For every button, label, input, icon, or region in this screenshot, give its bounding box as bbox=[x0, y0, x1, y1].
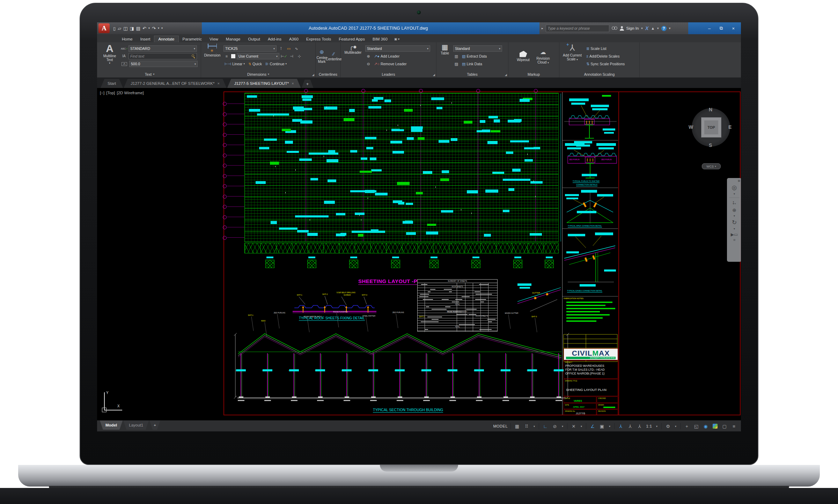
scale-dropdown-icon[interactable]: ▾ bbox=[654, 422, 659, 430]
wipeout-button[interactable]: Wipeout bbox=[515, 51, 531, 62]
zoom-dropdown-icon[interactable]: ▾ bbox=[734, 215, 735, 217]
hardware-acceleration-icon[interactable]: ◉ bbox=[701, 422, 710, 430]
annotation-scale-icon[interactable]: ⅄ bbox=[635, 422, 644, 430]
file-tab-close-icon[interactable]: × bbox=[217, 81, 219, 86]
mleader-align-icon[interactable]: ⊕ bbox=[365, 54, 372, 58]
ribbon-tab-insert[interactable]: Insert bbox=[137, 36, 154, 42]
centerline-button[interactable]: ∕∕Centerline bbox=[328, 51, 340, 61]
ribbon-tab-parametric[interactable]: Parametric bbox=[179, 36, 206, 42]
revision-cloud-button[interactable]: ☁Revision Cloud ▾ bbox=[534, 49, 552, 64]
new-drawing-tab[interactable]: + bbox=[302, 80, 314, 88]
showmotion-icon[interactable]: ▶▭ bbox=[731, 232, 738, 237]
new-file-icon[interactable]: ▯ bbox=[113, 26, 116, 31]
linear-dimension-button[interactable]: ⊢⊣Linear▾ bbox=[223, 61, 246, 67]
dimension-button[interactable]: ✳ Dimension bbox=[203, 43, 222, 69]
link-data-button[interactable]: ▤Link Data bbox=[461, 61, 483, 67]
ribbon-tab-bim-360[interactable]: BIM 360 bbox=[369, 36, 391, 42]
dim-jog-line-icon[interactable]: ∿ bbox=[293, 47, 300, 51]
annotation-monitor-icon[interactable]: + bbox=[683, 422, 691, 430]
undo-dropdown-icon[interactable]: ▾ bbox=[148, 27, 150, 30]
wheel-dropdown-icon[interactable]: ▾ bbox=[734, 193, 735, 195]
ribbon-tab-add-ins[interactable]: Add-ins bbox=[264, 36, 285, 42]
multileader-button[interactable]: ╭● Multileader bbox=[342, 43, 364, 69]
sign-in-button[interactable]: Sign In bbox=[626, 26, 639, 30]
panel-label-leaders[interactable]: Leaders bbox=[341, 71, 436, 77]
isodraft-dropdown-icon[interactable]: ▾ bbox=[579, 422, 584, 430]
navigation-wheel-icon[interactable]: ◎ bbox=[732, 185, 737, 191]
center-mark-button[interactable]: ⊕Center Mark bbox=[317, 49, 327, 64]
a360-icon[interactable]: ▲ bbox=[651, 26, 655, 30]
close-button[interactable]: × bbox=[732, 26, 735, 31]
navbar-menu-icon[interactable]: ⊖ bbox=[733, 239, 736, 242]
viewport-view-control[interactable]: [Top] bbox=[106, 91, 115, 95]
add-current-scale-button[interactable]: ⅄+ Add Current Scale ▾ bbox=[561, 43, 584, 69]
undo-icon[interactable]: ↶ bbox=[142, 26, 146, 31]
tables-expander-icon[interactable]: ◢ bbox=[505, 73, 507, 76]
ribbon-tab-annotate[interactable]: Annotate bbox=[154, 36, 178, 42]
application-menu-button[interactable]: A bbox=[98, 23, 110, 33]
object-snap-tracking-icon[interactable]: ∠ bbox=[588, 422, 597, 430]
workspace-dropdown-icon[interactable]: ▾ bbox=[673, 422, 678, 430]
help-dropdown-icon[interactable]: ▾ bbox=[669, 27, 671, 30]
polar-dropdown-icon[interactable]: ▾ bbox=[560, 422, 565, 430]
viewcube-north[interactable]: N bbox=[709, 107, 712, 112]
ribbon-tab-featured-apps[interactable]: Featured Apps bbox=[335, 36, 369, 42]
dim-style-combo[interactable]: TICK25▾ bbox=[223, 45, 277, 52]
restore-button[interactable]: ⧉ bbox=[720, 25, 723, 31]
add-leader-button[interactable]: ↗●Add Leader bbox=[373, 53, 400, 60]
drawing-canvas[interactable]: [−] [Top] [2D Wireframe] SHEETING LAYOUT… bbox=[97, 88, 741, 420]
clean-screen-icon[interactable]: ▢ bbox=[720, 422, 729, 430]
isodraft-icon[interactable]: ✕ bbox=[569, 422, 578, 430]
remove-leader-button[interactable]: ↗○Remove Leader bbox=[373, 61, 408, 67]
file-tab[interactable]: J1277-5 SHEETING LAYOUT*× bbox=[227, 79, 301, 88]
dim-break-icon[interactable]: ⊺ bbox=[278, 47, 284, 51]
ribbon-tab-output[interactable]: Output bbox=[244, 36, 264, 42]
scale-list-button[interactable]: ≣Scale List bbox=[585, 45, 608, 52]
dim-reassociate-icon[interactable]: ⊹ bbox=[296, 54, 302, 58]
wcs-menu[interactable]: WCS▾ bbox=[702, 163, 721, 169]
qat-customize-icon[interactable]: ▾ bbox=[161, 27, 163, 30]
open-file-icon[interactable]: ▱ bbox=[118, 26, 121, 31]
zoom-extents-icon[interactable]: ⊕ bbox=[732, 208, 736, 213]
plot-icon[interactable]: ▤ bbox=[136, 26, 140, 31]
table-cell-icon[interactable]: ▥ bbox=[453, 54, 460, 58]
infocenter-collapse-icon[interactable]: ▸ bbox=[542, 27, 543, 30]
pan-icon[interactable]: ↔↔ bbox=[731, 200, 737, 206]
snap-dropdown-icon[interactable]: ▾ bbox=[532, 422, 537, 430]
viewport-menu-control[interactable]: [−] bbox=[100, 91, 104, 95]
file-tab[interactable]: J1277-2 GENERAL A...ENT OF STEELWORK*× bbox=[124, 79, 227, 88]
customization-menu-icon[interactable]: ≡ bbox=[730, 422, 738, 430]
object-snap-icon[interactable]: ▣ bbox=[598, 422, 606, 430]
find-magnifier-icon[interactable] bbox=[192, 54, 195, 58]
continue-dimension-button[interactable]: ⊪Continue▾ bbox=[264, 61, 288, 67]
mleader-style-combo[interactable]: Standard▾ bbox=[365, 45, 430, 52]
orbit-dropdown-icon[interactable]: ▾ bbox=[734, 228, 735, 230]
leaders-expander-icon[interactable]: ◢ bbox=[433, 73, 435, 76]
annotation-autoscale-icon[interactable]: ⅄ bbox=[626, 422, 634, 430]
multiline-text-button[interactable]: A Multiline Text▾ bbox=[100, 43, 119, 69]
redo-dropdown-icon[interactable]: ▾ bbox=[158, 27, 159, 30]
table-export-icon[interactable]: ▨ bbox=[453, 62, 460, 66]
panel-label-centerlines[interactable]: Centerlines bbox=[316, 71, 340, 77]
grid-display-icon[interactable]: ▦ bbox=[513, 422, 521, 430]
model-tab[interactable]: Model bbox=[100, 421, 123, 430]
panel-label-annotation-scaling[interactable]: Annotation Scaling bbox=[559, 71, 639, 77]
ribbon-tab-express-tools[interactable]: Express Tools bbox=[302, 36, 335, 42]
navbar-close-icon[interactable]: ⊗ bbox=[737, 179, 740, 183]
panel-label-dimensions[interactable]: Dimensions▾ bbox=[201, 71, 315, 77]
dim-update-icon[interactable]: ⊢✓ bbox=[281, 54, 287, 58]
graphics-performance-icon[interactable] bbox=[711, 422, 719, 430]
osnap-dropdown-icon[interactable]: ▾ bbox=[607, 422, 612, 430]
sign-in-dropdown-icon[interactable]: ▾ bbox=[641, 27, 643, 30]
panel-label-markup[interactable]: Markup bbox=[508, 71, 559, 77]
save-as-icon[interactable]: ◨ bbox=[130, 26, 134, 31]
search-binoculars-icon[interactable] bbox=[612, 27, 617, 30]
sync-scale-positions-button[interactable]: ⇅Sync Scale Positions bbox=[585, 61, 626, 67]
file-tab[interactable]: Start bbox=[101, 79, 123, 88]
text-style-combo[interactable]: STANDARD▾ bbox=[128, 45, 197, 52]
viewcube-east[interactable]: E bbox=[728, 124, 732, 130]
annotation-scale-value[interactable]: 1:1 bbox=[645, 422, 653, 430]
infocenter-search-input[interactable]: Type a keyword or phrase bbox=[546, 25, 609, 32]
quick-dimension-button[interactable]: ↯Quick bbox=[247, 61, 263, 67]
viewport-visual-style-control[interactable]: [2D Wireframe] bbox=[117, 91, 144, 95]
